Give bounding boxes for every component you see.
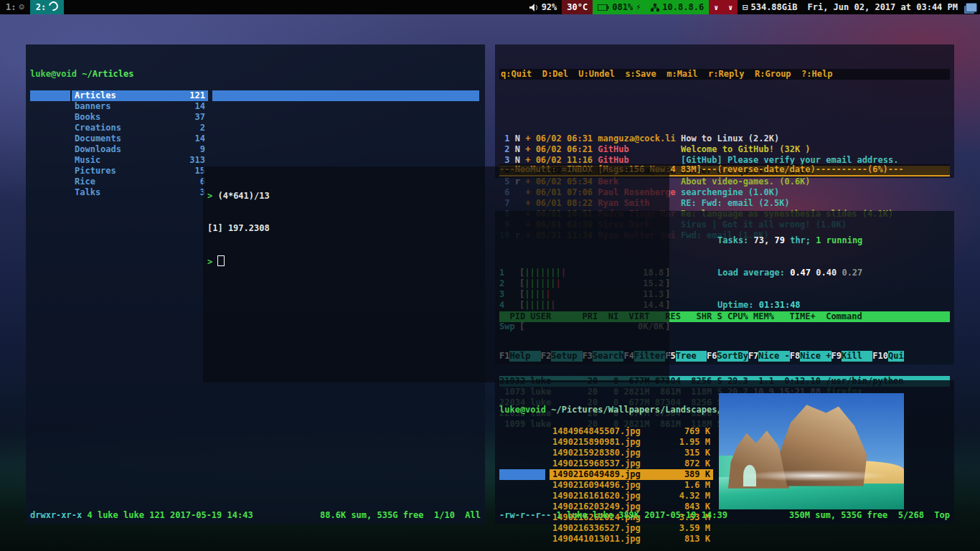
disk-free-value: 534.88GiB xyxy=(750,2,797,13)
function-key-button[interactable]: F9Kill xyxy=(831,351,873,362)
datetime-value: Fri, Jun 02, 2017 at 03:44 PM xyxy=(807,2,958,13)
file-item[interactable] xyxy=(212,532,479,542)
parent-dir-item[interactable] xyxy=(499,534,545,545)
image-file-item[interactable]: 1490216161620.jpg 4.32 M xyxy=(550,491,713,501)
image-file-item[interactable]: 1490215928380.jpg 315 K xyxy=(550,448,713,458)
function-key-button[interactable]: F5Tree xyxy=(665,351,707,362)
r-input-line: > (4*641)/13 xyxy=(207,191,665,202)
mail-row[interactable]: 1 N + 06/02 06:31 manguza@cock.li How to… xyxy=(499,133,950,144)
file-name: 1490216336527.jpg xyxy=(552,523,641,534)
r-prompt-line[interactable]: > xyxy=(207,255,665,268)
file-item[interactable] xyxy=(212,467,479,478)
parent-dir-item[interactable] xyxy=(499,480,545,491)
directory-item[interactable]: Rice 6 xyxy=(72,176,208,187)
parent-dir-item[interactable] xyxy=(499,491,545,501)
directory-item[interactable]: banners 14 xyxy=(72,101,208,112)
workspace-button[interactable]: 2: xyxy=(30,0,64,14)
file-item[interactable] xyxy=(212,123,479,133)
directory-count: 313 xyxy=(189,155,205,166)
directory-name: Pictures xyxy=(75,166,116,176)
file-item[interactable] xyxy=(212,413,479,424)
directory-count: 14 xyxy=(195,133,205,144)
parent-dir-item[interactable] xyxy=(30,90,70,101)
directory-name: Documents xyxy=(75,133,121,144)
file-item[interactable] xyxy=(212,392,479,402)
disk-segment: ⊟ 534.88GiB xyxy=(738,0,802,14)
file-item[interactable] xyxy=(212,478,479,489)
volume-value: 92% xyxy=(542,2,557,13)
parent-dir-item[interactable] xyxy=(499,437,545,448)
parent-dir-item[interactable] xyxy=(499,426,545,437)
file-item[interactable] xyxy=(212,402,479,413)
image-file-item[interactable]: 1490216094496.jpg 1.6 M xyxy=(550,480,713,491)
file-item[interactable] xyxy=(212,499,479,510)
file-item[interactable] xyxy=(212,90,479,101)
file-item[interactable] xyxy=(212,144,479,155)
parent-dir-item[interactable] xyxy=(499,448,545,458)
network-segment: 10.8.8.6 xyxy=(646,0,709,14)
parent-dir-item[interactable] xyxy=(30,101,70,112)
mail-subject: About video-games. (0.6K) xyxy=(681,176,811,187)
parent-dir-item[interactable] xyxy=(499,458,545,469)
parent-column xyxy=(499,394,545,545)
file-item[interactable] xyxy=(212,521,479,532)
chevron-down-icon: ∨ xyxy=(728,2,732,13)
file-item[interactable] xyxy=(212,446,479,456)
workspace-button[interactable]: 1: ☺ xyxy=(0,0,30,14)
network-icon xyxy=(651,4,659,11)
file-item[interactable] xyxy=(212,381,479,392)
file-column: 1484964845507.jpg 769 K 1490215890981.jp… xyxy=(550,394,713,545)
directory-count: 14 xyxy=(195,101,205,112)
image-file-item[interactable]: 1490216336527.jpg 3.59 M xyxy=(550,523,713,534)
file-name: 1484964845507.jpg xyxy=(552,426,641,437)
directory-item[interactable]: Documents 14 xyxy=(72,133,208,144)
image-file-item[interactable]: 1490215968537.jpg 872 K xyxy=(550,458,713,469)
function-key-button[interactable]: F8Nice + xyxy=(790,351,831,362)
directory-count: 2 xyxy=(200,123,205,133)
file-item[interactable] xyxy=(212,456,479,467)
directory-item[interactable]: Creations 2 xyxy=(72,123,208,133)
directory-item[interactable]: Downloads 9 xyxy=(72,144,208,155)
file-size: 769 K xyxy=(684,426,710,437)
file-item[interactable] xyxy=(212,424,479,435)
file-size: 872 K xyxy=(684,458,710,469)
file-item[interactable] xyxy=(212,133,479,144)
file-size: 389 K xyxy=(684,469,710,480)
directory-item[interactable]: Pictures 15 xyxy=(72,166,208,176)
systray-network-icon[interactable] xyxy=(966,3,977,12)
file-item[interactable] xyxy=(212,435,479,446)
image-file-item[interactable]: 1490216049489.jpg 389 K xyxy=(550,469,713,480)
directory-name: Rice xyxy=(75,176,95,187)
volume-segment: 92% xyxy=(524,0,562,14)
mail-sender: manguza@cock.li xyxy=(598,133,675,143)
file-item[interactable] xyxy=(212,112,479,123)
mail-sender: GitHub xyxy=(598,144,675,154)
file-item[interactable] xyxy=(212,101,479,112)
file-name: 1490215968537.jpg xyxy=(552,458,641,469)
parent-dir-item[interactable] xyxy=(499,523,545,534)
file-item[interactable] xyxy=(212,155,479,166)
directory-item[interactable]: Music 313 xyxy=(72,155,208,166)
directory-item[interactable]: Articles 121 xyxy=(72,90,208,101)
parent-dir-item[interactable] xyxy=(499,469,545,480)
directory-count: 121 xyxy=(189,90,205,101)
function-key-button[interactable]: F10Qui xyxy=(872,351,903,362)
image-file-item[interactable]: 1490441013011.jpg 813 K xyxy=(550,534,713,545)
mail-number: 1 xyxy=(499,133,509,143)
function-key-button[interactable]: F6SortBy xyxy=(707,351,748,362)
r-terminal-overlay[interactable]: > (4*641)/13 [1] 197.2308 > xyxy=(203,166,669,382)
image-file-item[interactable]: 1484964845507.jpg 769 K xyxy=(550,426,713,437)
function-key-button[interactable]: F7Nice - xyxy=(748,351,790,362)
image-file-item[interactable]: 1490215890981.jpg 1.95 M xyxy=(550,437,713,448)
file-name: 1490441013011.jpg xyxy=(552,534,641,545)
file-item[interactable] xyxy=(212,489,479,499)
directory-item[interactable]: Books 37 xyxy=(72,112,208,123)
mail-row[interactable]: 2 N + 06/02 06:21 GitHub Welcome to GitH… xyxy=(499,144,950,155)
workspace-label: 1: xyxy=(6,2,16,13)
battery-icon xyxy=(598,4,609,11)
preview-surf-foam xyxy=(741,470,889,481)
battery-value: 081% xyxy=(612,2,633,13)
mail-date: 06/02 11:16 xyxy=(536,155,593,165)
directory-item[interactable]: Talks 3 xyxy=(72,187,208,198)
workspace-icon: ☺ xyxy=(19,2,24,13)
